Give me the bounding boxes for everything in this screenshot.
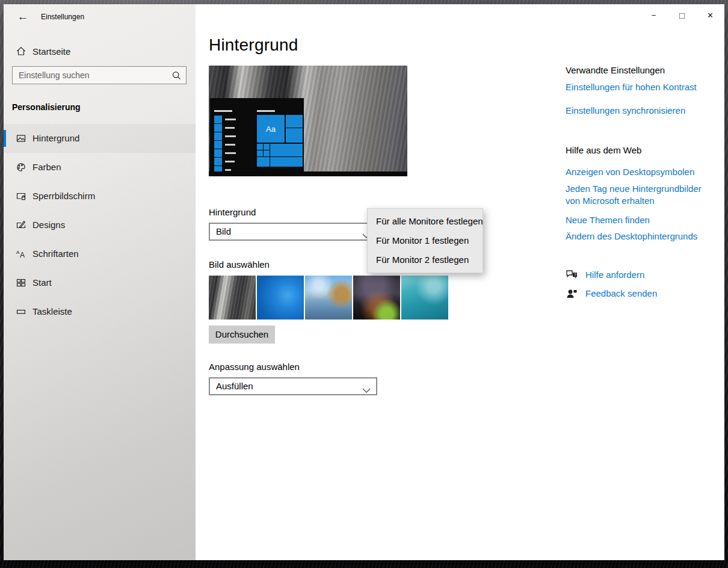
- sidebar-item-taskleiste[interactable]: Taskleiste: [4, 297, 196, 326]
- minimize-button[interactable]: −: [640, 4, 668, 27]
- sidebar-item-farben[interactable]: Farben: [4, 153, 196, 182]
- home-icon: [16, 46, 26, 56]
- preview-aa-tile: Aa: [257, 115, 285, 143]
- related-settings-heading: Verwandte Einstellungen: [566, 65, 665, 75]
- thumbnail-beach-rocks[interactable]: [305, 276, 352, 320]
- sidebar-item-designs[interactable]: Designs: [4, 211, 196, 239]
- main-content: − □ ✕ Hintergrund: [196, 4, 724, 560]
- help-from-web-heading: Hilfe aus dem Web: [566, 145, 641, 155]
- link-high-contrast[interactable]: Einstellungen für hohen Kontrast: [566, 82, 697, 92]
- menu-item-all-monitors[interactable]: Für alle Monitore festlegen: [368, 212, 483, 231]
- sidebar-item-schriftarten[interactable]: AA Schriftarten: [4, 239, 196, 268]
- send-feedback-label: Feedback senden: [585, 288, 657, 298]
- chevron-down-icon: [362, 384, 371, 395]
- fonts-icon: AA: [16, 249, 26, 259]
- get-help-label: Hilfe anfordern: [585, 270, 644, 280]
- link-change-desktop-background[interactable]: Ändern des Desktophintergrunds: [566, 231, 697, 241]
- search-box: [12, 66, 187, 84]
- browse-button[interactable]: Durchsuchen: [209, 326, 275, 344]
- get-help-link[interactable]: ? Hilfe anfordern: [566, 268, 644, 281]
- svg-text:A: A: [20, 251, 25, 259]
- background-type-select[interactable]: Bild: [209, 223, 377, 241]
- themes-brush-icon: [16, 220, 26, 230]
- preview-start-menu: Aa: [210, 98, 304, 171]
- link-daily-backgrounds[interactable]: Jeden Tag neue Hintergrundbilder von Mic…: [566, 183, 712, 207]
- close-button[interactable]: ✕: [696, 4, 724, 27]
- sidebar-item-label: Taskleiste: [32, 306, 72, 316]
- sidebar-item-home[interactable]: Startseite: [4, 42, 196, 61]
- lock-screen-icon: [16, 191, 26, 201]
- feedback-person-icon: [566, 287, 578, 300]
- maximize-icon: □: [679, 10, 685, 20]
- taskbar-icon: [16, 307, 26, 316]
- monitor-context-menu: Für alle Monitore festlegen Für Monitor …: [367, 208, 483, 273]
- thumbnail-rock-wallpaper[interactable]: [209, 276, 256, 320]
- fit-value: Ausfüllen: [216, 381, 253, 391]
- sidebar-item-label: Schriftarten: [32, 248, 79, 259]
- preview-taskbar: [209, 171, 407, 176]
- selected-accent-bar: [4, 130, 6, 147]
- sidebar-item-label: Farben: [32, 162, 61, 172]
- start-tiles-icon: [16, 278, 26, 288]
- send-feedback-link[interactable]: Feedback senden: [566, 287, 657, 300]
- page-title: Hintergrund: [209, 36, 298, 55]
- menu-item-monitor-1[interactable]: Für Monitor 1 festlegen: [368, 231, 483, 250]
- link-show-desktop-icons[interactable]: Anzeigen von Desktopsymbolen: [566, 167, 694, 177]
- sidebar-nav: Hintergrund Farben Sperrbildschirm Desig…: [4, 124, 196, 326]
- settings-window: ← Einstellungen Startseite Personalisier…: [4, 4, 724, 560]
- background-picture-icon: [16, 134, 26, 143]
- choose-image-label: Bild auswählen: [209, 259, 270, 270]
- thumbnail-underwater-swimmer[interactable]: [401, 276, 448, 320]
- window-controls: − □ ✕: [640, 4, 724, 27]
- sidebar: ← Einstellungen Startseite Personalisier…: [4, 4, 196, 560]
- sidebar-item-start[interactable]: Start: [4, 268, 196, 297]
- minimize-icon: −: [652, 11, 656, 20]
- sidebar-item-label: Designs: [32, 220, 65, 230]
- sidebar-item-hintergrund[interactable]: Hintergrund: [4, 124, 196, 153]
- search-icon[interactable]: [172, 71, 181, 82]
- colors-palette-icon: [16, 162, 26, 172]
- maximize-button[interactable]: □: [668, 4, 696, 27]
- back-arrow-icon: ←: [17, 10, 29, 23]
- wallpaper-preview: Aa: [209, 66, 407, 176]
- back-button[interactable]: ←: [13, 8, 32, 25]
- svg-text:?: ?: [574, 273, 576, 277]
- sidebar-item-label: Hintergrund: [32, 133, 79, 143]
- sidebar-item-label: Start: [32, 277, 52, 288]
- link-sync-settings[interactable]: Einstellungen synchronisieren: [566, 105, 685, 116]
- thumbnail-night-camping[interactable]: [353, 276, 400, 320]
- close-icon: ✕: [707, 11, 714, 20]
- fit-select[interactable]: Ausfüllen: [209, 377, 377, 395]
- menu-item-monitor-2[interactable]: Für Monitor 2 festlegen: [368, 250, 483, 270]
- get-help-chat-icon: ?: [566, 268, 578, 281]
- background-type-label: Hintergrund: [209, 207, 256, 217]
- thumbnail-windows-default-blue[interactable]: [257, 276, 304, 320]
- background-type-value: Bild: [216, 226, 231, 236]
- sidebar-item-sperrbildschirm[interactable]: Sperrbildschirm: [4, 182, 196, 211]
- fit-label: Anpassung auswählen: [209, 362, 300, 372]
- search-input[interactable]: [13, 67, 186, 84]
- sidebar-item-label: Startseite: [32, 46, 70, 57]
- link-find-themes[interactable]: Neue Themen finden: [566, 215, 650, 225]
- desktop: { "titlebar": { "title": "Einstellungen"…: [0, 0, 728, 568]
- window-title: Einstellungen: [41, 13, 84, 21]
- sidebar-item-label: Sperrbildschirm: [32, 191, 95, 201]
- sidebar-section-heading: Personalisierung: [12, 102, 81, 112]
